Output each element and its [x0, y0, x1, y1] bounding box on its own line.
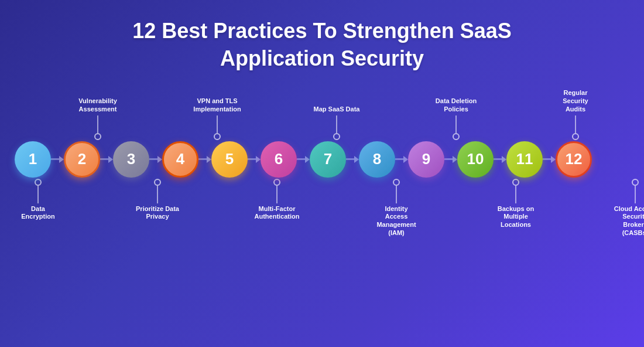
- circle-node-11: 11: [506, 141, 543, 178]
- circle-node-7: 7: [310, 141, 346, 178]
- circle-node-5: 5: [211, 141, 248, 178]
- circle-node-12: 12: [556, 141, 592, 178]
- circle-node-2: 2: [64, 141, 100, 178]
- page-title: 12 Best Practices To Strengthen SaaS App…: [132, 18, 512, 73]
- circle-node-3: 3: [113, 141, 149, 178]
- circle-node-1: 1: [15, 141, 51, 178]
- title-section: 12 Best Practices To Strengthen SaaS App…: [121, 0, 523, 81]
- diagram-container: Vulnerability AssessmentVPN and TLS Impl…: [0, 81, 644, 237]
- circle-node-9: 9: [408, 141, 444, 178]
- circle-node-8: 8: [359, 141, 395, 178]
- circle-node-4: 4: [162, 141, 198, 178]
- circle-node-6: 6: [261, 141, 297, 178]
- circle-node-10: 10: [457, 141, 494, 178]
